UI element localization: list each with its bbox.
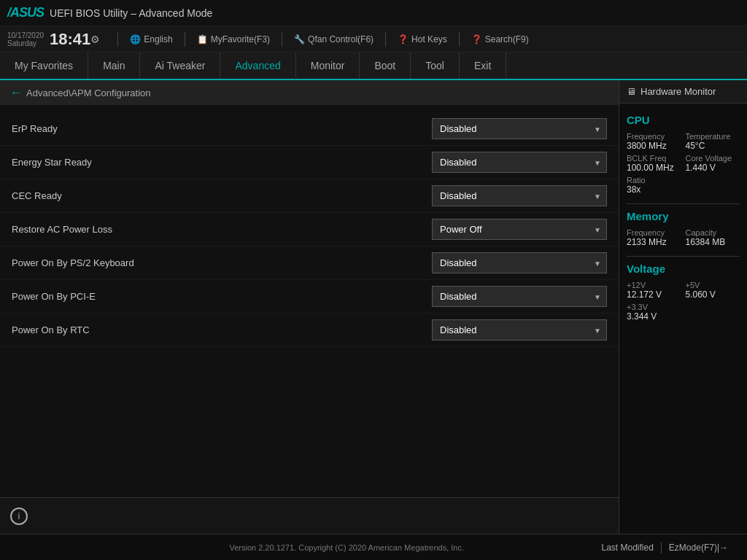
- tab-exit[interactable]: Exit: [460, 52, 506, 79]
- voltage-section-title: Voltage: [627, 262, 740, 275]
- english-button[interactable]: 🌐 English: [124, 31, 178, 47]
- hw-monitor-content: CPU Frequency 3800 MHz Temperature 45°C …: [619, 104, 747, 534]
- footer-bar: Version 2.20.1271. Copyright (C) 2020 Am…: [0, 534, 747, 560]
- cpu-temperature: Temperature 45°C: [686, 132, 740, 151]
- power-on-rtc-label: Power On By RTC: [12, 324, 432, 335]
- tab-my-favorites[interactable]: My Favorites: [0, 52, 88, 79]
- erp-ready-label: ErP Ready: [12, 123, 432, 134]
- last-modified-button[interactable]: Last Modified: [594, 540, 660, 556]
- power-on-ps2-select[interactable]: Disabled Space Bar Ctrl-Esc Power Key: [432, 252, 607, 273]
- memory-section-title: Memory: [627, 210, 740, 222]
- setting-power-on-pcie: Power On By PCI-E Disabled Enabled: [0, 280, 619, 314]
- energy-star-ready-label: Energy Star Ready: [12, 157, 432, 168]
- search-icon: ❓: [471, 34, 482, 44]
- main-area: ← Advanced\APM Configuration ErP Ready D…: [0, 80, 747, 534]
- left-panel: ← Advanced\APM Configuration ErP Ready D…: [0, 80, 619, 534]
- memory-capacity: Capacity 16384 MB: [686, 228, 740, 247]
- restore-ac-label: Restore AC Power Loss: [12, 224, 432, 235]
- energy-star-select[interactable]: Disabled Enabled: [432, 152, 607, 173]
- globe-icon: 🌐: [130, 34, 141, 44]
- power-on-ps2-select-wrapper[interactable]: Disabled Space Bar Ctrl-Esc Power Key: [432, 252, 607, 273]
- asus-logo: /ASUS: [7, 5, 44, 20]
- cpu-stats-grid: Frequency 3800 MHz Temperature 45°C BCLK…: [627, 132, 740, 195]
- qfan-label: Qfan Control(F6): [308, 34, 374, 44]
- tab-monitor[interactable]: Monitor: [296, 52, 360, 79]
- ez-mode-button[interactable]: EzMode(F7)|→: [662, 540, 735, 556]
- hotkeys-button[interactable]: ❓ Hot Keys: [392, 31, 453, 47]
- voltage-33v: +3.3V 3.344 V: [627, 303, 681, 322]
- hw-divider1: [627, 203, 740, 204]
- setting-restore-ac-power-loss: Restore AC Power Loss Power Off Power On…: [0, 213, 619, 246]
- hardware-monitor-panel: 🖥 Hardware Monitor CPU Frequency 3800 MH…: [619, 80, 747, 534]
- power-on-rtc-select-wrapper[interactable]: Disabled Enabled: [432, 319, 607, 341]
- voltage-stats-grid: +12V 12.172 V +5V 5.060 V +3.3V 3.344 V: [627, 281, 740, 322]
- setting-power-on-rtc: Power On By RTC Disabled Enabled: [0, 314, 619, 347]
- voltage-12v: +12V 12.172 V: [627, 281, 681, 300]
- tab-main[interactable]: Main: [88, 52, 140, 79]
- tab-ai-tweaker[interactable]: Ai Tweaker: [140, 52, 220, 79]
- day-label: Saturday: [7, 39, 44, 47]
- setting-cec-ready: CEC Ready Disabled Enabled: [0, 179, 619, 213]
- erp-ready-select[interactable]: Disabled Enabled (S4+S5) Enabled (S5): [432, 118, 607, 139]
- fan-icon: 🔧: [294, 34, 305, 44]
- search-label: Search(F9): [485, 34, 529, 44]
- setting-erp-ready: ErP Ready Disabled Enabled (S4+S5) Enabl…: [0, 112, 619, 146]
- breadcrumb-text: Advanced\APM Configuration: [26, 88, 151, 98]
- english-label: English: [144, 34, 172, 44]
- settings-gear-icon[interactable]: ⚙: [90, 34, 100, 45]
- tab-boot[interactable]: Boot: [360, 52, 411, 79]
- cpu-section-title: CPU: [627, 114, 740, 126]
- time-display: 18:41: [50, 31, 90, 47]
- setting-power-on-ps2: Power On By PS/2 Keyboard Disabled Space…: [0, 246, 619, 280]
- qfan-button[interactable]: 🔧 Qfan Control(F6): [288, 31, 379, 47]
- restore-ac-select-wrapper[interactable]: Power Off Power On Last State: [432, 219, 607, 240]
- hw-monitor-title: Hardware Monitor: [640, 86, 716, 97]
- restore-ac-select[interactable]: Power Off Power On Last State: [432, 219, 607, 240]
- toolbar: 10/17/2020 Saturday 18:41 ⚙ 🌐 English 📋 …: [0, 26, 747, 52]
- toolbar-divider: [117, 32, 118, 47]
- monitor-icon: 🖥: [627, 86, 636, 97]
- cec-ready-label: CEC Ready: [12, 190, 432, 201]
- datetime-display: 10/17/2020 Saturday: [7, 31, 44, 47]
- setting-energy-star-ready: Energy Star Ready Disabled Enabled: [0, 146, 619, 179]
- nav-bar: My Favorites Main Ai Tweaker Advanced Mo…: [0, 52, 747, 80]
- bios-title: UEFI BIOS Utility – Advanced Mode: [50, 7, 740, 19]
- energy-star-select-wrapper[interactable]: Disabled Enabled: [432, 152, 607, 173]
- cec-ready-select[interactable]: Disabled Enabled: [432, 185, 607, 206]
- toolbar-divider5: [459, 32, 460, 47]
- cec-ready-select-wrapper[interactable]: Disabled Enabled: [432, 185, 607, 206]
- hotkeys-icon: ❓: [398, 34, 409, 44]
- date-label: 10/17/2020: [7, 31, 44, 39]
- memory-stats-grid: Frequency 2133 MHz Capacity 16384 MB: [627, 228, 740, 247]
- power-on-rtc-select[interactable]: Disabled Enabled: [432, 319, 607, 341]
- footer-right: Last Modified EzMode(F7)|→: [594, 540, 735, 556]
- toolbar-divider2: [185, 32, 185, 47]
- toolbar-divider4: [385, 32, 386, 47]
- search-button[interactable]: ❓ Search(F9): [465, 31, 535, 47]
- cpu-frequency-label: Frequency 3800 MHz: [627, 132, 681, 151]
- cpu-bclk: BCLK Freq 100.00 MHz: [627, 154, 681, 173]
- breadcrumb: ← Advanced\APM Configuration: [0, 80, 619, 105]
- power-on-pcie-select-wrapper[interactable]: Disabled Enabled: [432, 286, 607, 307]
- myfavorite-label: MyFavorite(F3): [211, 34, 270, 44]
- power-on-ps2-label: Power On By PS/2 Keyboard: [12, 257, 432, 268]
- bottom-bar: i: [0, 497, 619, 534]
- cpu-ratio: Ratio 38x: [627, 176, 681, 195]
- power-on-pcie-select[interactable]: Disabled Enabled: [432, 286, 607, 307]
- copyright-text: Version 2.20.1271. Copyright (C) 2020 Am…: [99, 543, 594, 552]
- back-arrow-icon[interactable]: ←: [10, 86, 22, 99]
- hw-monitor-header: 🖥 Hardware Monitor: [619, 80, 747, 104]
- hotkeys-label: Hot Keys: [411, 34, 447, 44]
- clipboard-icon: 📋: [197, 34, 208, 44]
- erp-ready-select-wrapper[interactable]: Disabled Enabled (S4+S5) Enabled (S5): [432, 118, 607, 139]
- myfavorite-button[interactable]: 📋 MyFavorite(F3): [191, 31, 276, 47]
- hw-divider2: [627, 256, 740, 257]
- voltage-5v: +5V 5.060 V: [686, 281, 740, 300]
- tab-advanced[interactable]: Advanced: [220, 52, 295, 80]
- header-bar: /ASUS UEFI BIOS Utility – Advanced Mode: [0, 0, 747, 26]
- toolbar-divider3: [282, 32, 282, 47]
- info-icon[interactable]: i: [10, 508, 28, 525]
- tab-tool[interactable]: Tool: [411, 52, 460, 79]
- cpu-core-voltage: Core Voltage 1.440 V: [686, 154, 740, 173]
- memory-frequency: Frequency 2133 MHz: [627, 228, 681, 247]
